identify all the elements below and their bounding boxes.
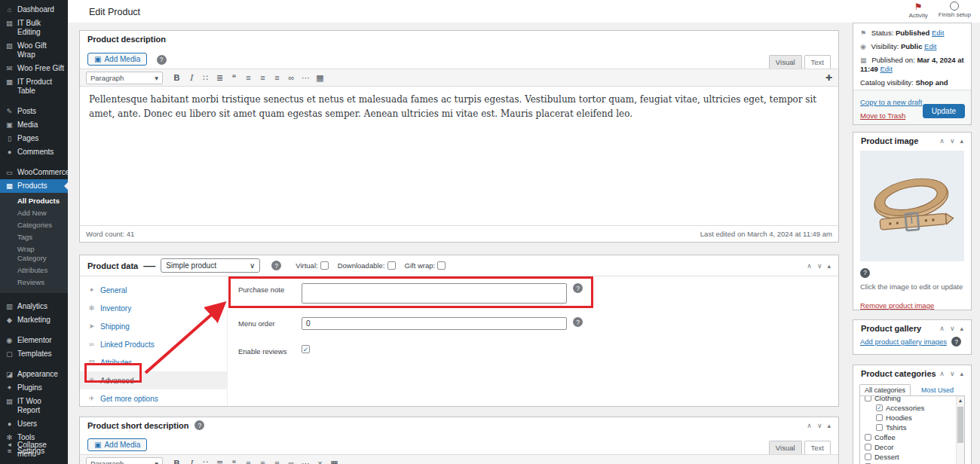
- paragraph-format-select[interactable]: Paragraph ▾: [86, 72, 163, 84]
- numbered-list-icon[interactable]: ≣: [213, 72, 227, 84]
- activity-button[interactable]: ⚑ Activity: [909, 2, 928, 19]
- distraction-free-icon[interactable]: ✚: [825, 73, 832, 83]
- more-tag-icon[interactable]: ⋯: [299, 457, 313, 464]
- product-image-thumbnail[interactable]: [860, 151, 964, 261]
- text-tab[interactable]: Text: [804, 441, 831, 454]
- categories-scrollbar[interactable]: ▲: [956, 396, 964, 464]
- menu-order-input[interactable]: [302, 317, 567, 330]
- move-down-icon[interactable]: ∨: [817, 422, 822, 429]
- product-data-tab[interactable]: ✦ General: [80, 281, 227, 299]
- help-icon[interactable]: ?: [573, 283, 583, 293]
- link-icon[interactable]: ∞: [284, 457, 299, 464]
- visual-tab[interactable]: Visual: [769, 55, 802, 69]
- help-icon[interactable]: ?: [860, 268, 870, 278]
- submenu-item[interactable]: Reviews: [0, 276, 68, 288]
- category-checkbox[interactable]: [865, 434, 871, 441]
- sidebar-item[interactable]: ▤ IT Woo Report: [0, 395, 68, 417]
- submenu-item[interactable]: All Products: [0, 195, 68, 207]
- toggle-panel-icon[interactable]: ▴: [960, 325, 963, 332]
- align-right-icon[interactable]: ≡: [270, 457, 284, 464]
- bullet-list-icon[interactable]: ∷: [198, 457, 213, 464]
- sidebar-item[interactable]: ▥ Analytics: [0, 300, 68, 313]
- more-tag-icon[interactable]: ⋯: [299, 72, 313, 84]
- sidebar-item[interactable]: ✉ Woo Free Gift: [0, 62, 68, 75]
- collapse-menu-button[interactable]: ◄ Collapse menu: [0, 438, 68, 461]
- submenu-item[interactable]: Add New: [0, 207, 68, 219]
- gift-wrap-checkbox[interactable]: [437, 261, 446, 270]
- product-data-tab[interactable]: ∞ Linked Products: [80, 335, 227, 353]
- italic-icon[interactable]: I: [184, 72, 198, 84]
- toolbar-toggle-icon[interactable]: ▦: [313, 72, 327, 84]
- update-button[interactable]: Update: [923, 104, 965, 118]
- add-media-button[interactable]: ▣ Add Media: [87, 438, 147, 451]
- align-left-icon[interactable]: ≡: [241, 72, 256, 84]
- align-center-icon[interactable]: ≡: [256, 457, 270, 464]
- scroll-up-arrow-icon[interactable]: ▲: [957, 396, 964, 404]
- sidebar-item[interactable]: ▦ Products: [0, 179, 68, 193]
- category-checkbox[interactable]: [876, 424, 883, 431]
- enable-reviews-checkbox[interactable]: [302, 345, 310, 353]
- move-up-icon[interactable]: ∧: [939, 370, 945, 377]
- move-to-trash-link[interactable]: Move to Trash: [860, 111, 905, 120]
- submenu-item[interactable]: Tags: [0, 231, 68, 243]
- move-down-icon[interactable]: ∨: [950, 370, 955, 377]
- align-center-icon[interactable]: ≡: [256, 72, 270, 84]
- move-down-icon[interactable]: ∨: [950, 137, 955, 145]
- sidebar-item[interactable]: ▣ Media: [0, 118, 68, 132]
- sidebar-item[interactable]: ◉ Elementor: [0, 334, 68, 347]
- product-type-select[interactable]: Simple product ∨: [161, 258, 260, 273]
- help-icon[interactable]: ?: [194, 420, 204, 430]
- edit-visibility-link[interactable]: Edit: [924, 42, 936, 50]
- most-used-tab[interactable]: Most Used: [918, 385, 957, 395]
- help-icon[interactable]: ?: [271, 261, 281, 270]
- category-checkbox[interactable]: [865, 444, 871, 450]
- submenu-item[interactable]: Wrap Category: [0, 243, 68, 264]
- purchase-note-textarea[interactable]: [302, 283, 567, 304]
- scrollbar-thumb[interactable]: [957, 407, 963, 443]
- submenu-item[interactable]: Categories: [0, 219, 68, 231]
- move-up-icon[interactable]: ∧: [807, 262, 812, 270]
- copy-to-draft-link[interactable]: Copy to a new draft: [860, 98, 922, 106]
- category-checkbox[interactable]: [876, 404, 883, 411]
- italic-icon[interactable]: I: [184, 457, 198, 464]
- visual-tab[interactable]: Visual: [769, 441, 802, 454]
- sidebar-item[interactable]: ✎ Posts: [0, 105, 68, 118]
- product-data-tab[interactable]: ➤ Shipping: [80, 317, 227, 335]
- sidebar-item[interactable]: ✦ Plugins: [0, 381, 68, 395]
- sidebar-item[interactable]: ▭ WooCommerce: [0, 166, 68, 179]
- add-gallery-images-link[interactable]: Add product gallery images: [860, 337, 947, 346]
- product-data-tab[interactable]: ▤ Attributes: [80, 353, 227, 371]
- sidebar-item[interactable]: ◪ Appearance: [0, 368, 68, 381]
- help-icon[interactable]: ?: [573, 317, 583, 327]
- move-up-icon[interactable]: ∧: [807, 422, 812, 429]
- product-data-tab[interactable]: ✈ Get more options: [80, 389, 227, 408]
- product-data-tab[interactable]: ✻ Advanced: [80, 371, 227, 389]
- description-editor-content[interactable]: Pellentesque habitant morbi tristique se…: [80, 87, 838, 201]
- blockquote-icon[interactable]: “: [227, 457, 241, 464]
- help-icon[interactable]: ?: [951, 337, 961, 346]
- sidebar-item[interactable]: ▯ Pages: [0, 132, 68, 145]
- edit-status-link[interactable]: Edit: [932, 29, 944, 37]
- virtual-checkbox[interactable]: [320, 261, 329, 270]
- blockquote-icon[interactable]: “: [227, 72, 241, 84]
- remove-product-image-link[interactable]: Remove product image: [860, 301, 934, 310]
- edit-published-link[interactable]: Edit: [880, 65, 892, 73]
- move-down-icon[interactable]: ∨: [950, 325, 955, 332]
- move-up-icon[interactable]: ∧: [939, 137, 945, 145]
- sidebar-item[interactable]: ▢ Templates: [0, 347, 68, 361]
- paragraph-format-select[interactable]: Paragraph ▾: [86, 457, 163, 464]
- align-right-icon[interactable]: ≡: [270, 72, 284, 84]
- numbered-list-icon[interactable]: ≣: [213, 457, 227, 464]
- category-checkbox[interactable]: [876, 414, 883, 421]
- toolbar-toggle-icon[interactable]: ▦: [327, 457, 341, 464]
- sidebar-item[interactable]: ⌂ Dashboard: [0, 3, 68, 17]
- product-data-tab[interactable]: ✻ Inventory: [80, 299, 227, 317]
- finish-setup-button[interactable]: Finish setup: [939, 2, 971, 19]
- sidebar-item[interactable]: ● Users: [0, 417, 68, 431]
- bold-icon[interactable]: B: [170, 457, 184, 464]
- category-checkbox[interactable]: [865, 395, 871, 401]
- align-left-icon[interactable]: ≡: [241, 457, 256, 464]
- help-icon[interactable]: ?: [157, 55, 167, 65]
- add-media-button[interactable]: ▣ Add Media: [87, 53, 147, 66]
- sidebar-item[interactable]: ▦ IT Product Table: [0, 75, 68, 98]
